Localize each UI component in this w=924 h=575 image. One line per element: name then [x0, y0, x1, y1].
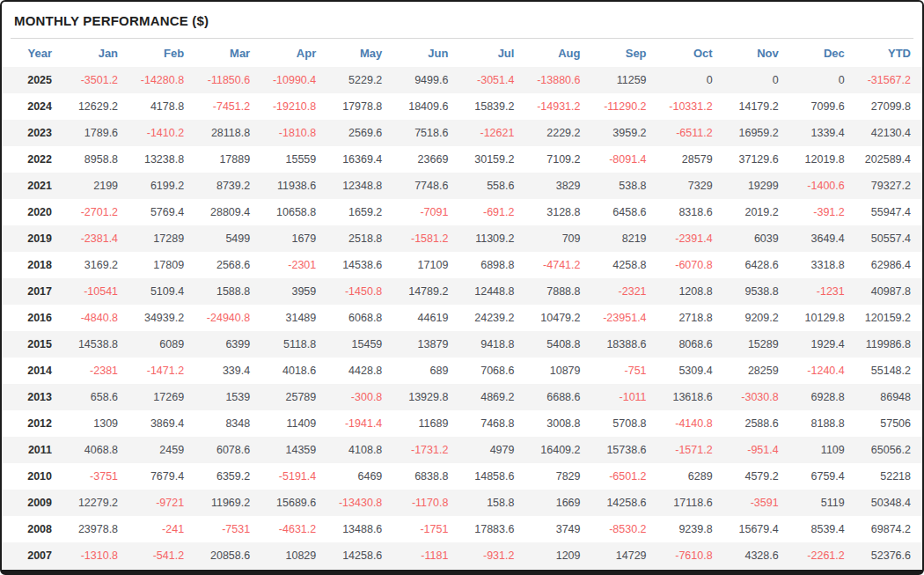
value-cell-nov: 6039 [724, 225, 790, 252]
value-cell-dec: 7099.6 [790, 93, 856, 120]
value-cell-jul: 158.8 [459, 490, 525, 516]
year-cell: 2020 [2, 199, 63, 225]
value-cell-sep: 5708.8 [592, 410, 658, 437]
value-cell-apr: 15559 [261, 146, 327, 173]
value-cell-feb: 3869.4 [129, 410, 195, 437]
value-cell-ytd: 86948 [856, 384, 922, 410]
value-cell-jul: -931.2 [459, 542, 525, 569]
value-cell-feb: 13238.8 [129, 146, 195, 173]
value-cell-jun: 23669 [393, 146, 459, 173]
column-header-ytd: YTD [856, 39, 922, 67]
value-cell-oct: -1571.2 [658, 437, 724, 463]
value-cell-ytd: 57506 [856, 410, 922, 437]
value-cell-nov: 9209.2 [724, 305, 790, 331]
value-cell-may: 16369.4 [327, 146, 393, 173]
value-cell-aug: 10479.2 [525, 305, 591, 331]
table-row-2016: 2016-4840.834939.2-24940.8314896068.8446… [2, 305, 922, 331]
table-row-2012: 201213093869.4834811409-1941.4116897468.… [2, 410, 922, 437]
value-cell-nov: 4328.6 [724, 542, 790, 569]
widget-title: MONTHLY PERFORMANCE ($) [2, 2, 922, 38]
value-cell-jul: 12448.8 [459, 278, 525, 305]
value-cell-may: 14258.6 [327, 542, 393, 569]
value-cell-jun: -1181 [393, 542, 459, 569]
value-cell-mar: 11969.2 [195, 490, 261, 516]
value-cell-mar: 339.4 [195, 358, 261, 384]
value-cell-aug: 7109.2 [525, 146, 591, 173]
value-cell-aug: 7829 [525, 463, 591, 490]
value-cell-oct: -2391.4 [658, 225, 724, 252]
value-cell-jan: 2199 [63, 173, 129, 199]
value-cell-apr: -10990.4 [261, 67, 327, 93]
value-cell-feb: -541.2 [129, 542, 195, 569]
table-row-2015: 201514538.8608963995118.815459138799418.… [2, 331, 922, 358]
monthly-performance-widget: MONTHLY PERFORMANCE ($) YearJanFebMarApr… [0, 0, 924, 575]
year-cell: 2015 [2, 331, 63, 358]
value-cell-feb: 17809 [129, 252, 195, 278]
value-cell-sep: 4258.8 [592, 252, 658, 278]
year-cell: 2009 [2, 490, 63, 516]
value-cell-feb: 6089 [129, 331, 195, 358]
value-cell-oct: 6289 [658, 463, 724, 490]
value-cell-mar: 17889 [195, 146, 261, 173]
value-cell-nov: 37129.6 [724, 146, 790, 173]
table-row-2020: 2020-2701.25769.428809.410658.81659.2-70… [2, 199, 922, 225]
value-cell-aug: 3749 [525, 516, 591, 542]
value-cell-mar: 28809.4 [195, 199, 261, 225]
value-cell-may: 4108.8 [327, 437, 393, 463]
table-row-2017: 2017-105415109.41588.83959-1450.814789.2… [2, 278, 922, 305]
value-cell-dec: -2261.2 [790, 542, 856, 569]
year-cell: 2021 [2, 173, 63, 199]
table-row-2007: 2007-1310.8-541.220858.61082914258.6-118… [2, 542, 922, 569]
value-cell-jun: -1170.8 [393, 490, 459, 516]
value-cell-apr: 5118.8 [261, 331, 327, 358]
value-cell-dec: -1400.6 [790, 173, 856, 199]
value-cell-jan: -2701.2 [63, 199, 129, 225]
value-cell-jun: -7091 [393, 199, 459, 225]
year-cell: 2018 [2, 252, 63, 278]
table-row-2025: 2025-3501.2-14280.8-11850.6-10990.45229.… [2, 67, 922, 93]
value-cell-jun: 17109 [393, 252, 459, 278]
value-cell-sep: -23951.4 [592, 305, 658, 331]
value-cell-oct: 7329 [658, 173, 724, 199]
value-cell-ytd: -31567.2 [856, 67, 922, 93]
value-cell-ytd: 69874.2 [856, 516, 922, 542]
year-cell: 2019 [2, 225, 63, 252]
value-cell-sep: -2321 [592, 278, 658, 305]
value-cell-dec: 10129.8 [790, 305, 856, 331]
value-cell-aug: -13880.6 [525, 67, 591, 93]
value-cell-jun: 11689 [393, 410, 459, 437]
table-row-2014: 2014-2381-1471.2339.44018.64428.86897068… [2, 358, 922, 384]
value-cell-apr: 4018.6 [261, 358, 327, 384]
value-cell-sep: 8219 [592, 225, 658, 252]
column-header-year: Year [2, 39, 63, 67]
column-header-mar: Mar [195, 39, 261, 67]
value-cell-jun: 13879 [393, 331, 459, 358]
value-cell-jan: -10541 [63, 278, 129, 305]
value-cell-sep: 18388.6 [592, 331, 658, 358]
value-cell-jan: 12629.2 [63, 93, 129, 120]
value-cell-ytd: 120159.2 [856, 305, 922, 331]
value-cell-nov: 2019.2 [724, 199, 790, 225]
table-header: YearJanFebMarAprMayJunJulAugSepOctNovDec… [2, 39, 922, 67]
value-cell-jan: -1310.8 [63, 542, 129, 569]
value-cell-jul: 30159.2 [459, 146, 525, 173]
value-cell-jan: 1309 [63, 410, 129, 437]
value-cell-apr: -4631.2 [261, 516, 327, 542]
value-cell-oct: 1208.8 [658, 278, 724, 305]
value-cell-jun: 44619 [393, 305, 459, 331]
value-cell-oct: 8318.6 [658, 199, 724, 225]
value-cell-jun: 18409.6 [393, 93, 459, 120]
value-cell-feb: 6199.2 [129, 173, 195, 199]
value-cell-sep: 14258.6 [592, 490, 658, 516]
table-row-2021: 202121996199.28739.211938.612348.87748.6… [2, 173, 922, 199]
value-cell-nov: 15679.4 [724, 516, 790, 542]
year-cell: 2023 [2, 120, 63, 146]
value-cell-feb: 7679.4 [129, 463, 195, 490]
value-cell-apr: -2301 [261, 252, 327, 278]
value-cell-ytd: 50348.4 [856, 490, 922, 516]
value-cell-ytd: 62986.4 [856, 252, 922, 278]
value-cell-sep: -8530.2 [592, 516, 658, 542]
value-cell-may: 13488.6 [327, 516, 393, 542]
value-cell-jan: 658.6 [63, 384, 129, 410]
value-cell-sep: -6501.2 [592, 463, 658, 490]
